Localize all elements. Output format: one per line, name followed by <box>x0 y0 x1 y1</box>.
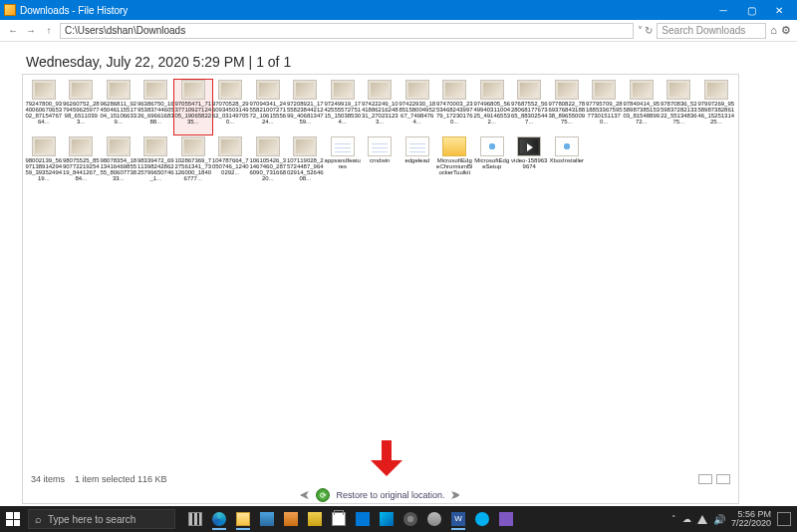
taskbar-app1-button[interactable] <box>255 506 279 532</box>
tray-cloud-icon[interactable]: ☁ <box>682 514 691 524</box>
file-item[interactable]: 97870836_525983728213322_5513483675... <box>661 80 698 134</box>
taskbar-store-button[interactable] <box>327 506 351 532</box>
file-item[interactable]: 97422249_104188621624831_270231233... <box>362 80 399 134</box>
file-item[interactable]: 107119028_25724487_96402914_5264608... <box>287 136 325 191</box>
file-grid[interactable]: 79247800_934006067065302_8715476764...96… <box>23 75 738 471</box>
taskbar-clock[interactable]: 5:56 PM 7/22/2020 <box>731 510 771 528</box>
file-list-panel: 79247800_934006067065302_8715476764...96… <box>22 74 739 504</box>
file-item[interactable]: 97055471_713771092712405_1906582235... <box>174 80 212 134</box>
taskbar-app3-button[interactable] <box>303 506 327 532</box>
skype-icon <box>475 512 489 526</box>
file-item[interactable]: 96286811_924504611551704_151066339... <box>100 80 137 134</box>
path-box[interactable]: C:\Users\dshan\Downloads <box>60 23 634 39</box>
taskbar-edge-button[interactable] <box>207 506 231 532</box>
search-input[interactable]: Search Downloads <box>657 23 766 39</box>
taskbar-skype-button[interactable] <box>470 506 494 532</box>
file-item[interactable]: MicrosoftEdgeSetup <box>473 136 511 191</box>
taskbar-chat-button[interactable] <box>494 506 518 532</box>
mail-icon <box>356 512 370 526</box>
maximize-button[interactable]: ▢ <box>737 0 765 20</box>
photos-icon <box>380 512 394 526</box>
file-label: MicrosoftEdgeChromiumBlockerToolkit <box>436 157 474 182</box>
start-button[interactable] <box>0 506 26 532</box>
restore-bar: ⮜ ⟳ Restore to original location. ⮞ <box>23 487 738 503</box>
file-item[interactable]: 96260752_287945962597798_65110393... <box>63 80 101 134</box>
nav-forward-button[interactable]: → <box>24 25 38 36</box>
file-item[interactable]: 98002139_569713891429459_3935249419... <box>25 136 63 191</box>
file-item[interactable]: edgelead <box>398 136 436 191</box>
file-label: 97070528_296093450314962_031497050... <box>212 101 250 126</box>
file-item[interactable]: 97780822_786937684318838_8965500975... <box>548 80 586 134</box>
file-item[interactable]: video-1589639674 <box>511 136 549 191</box>
gear-icon[interactable]: ⚙ <box>781 24 791 37</box>
taskbar-folder-button[interactable] <box>231 506 255 532</box>
file-item[interactable]: 104787664_7050746_12400292... <box>212 136 250 191</box>
file-item[interactable]: 98339472_691139824286225799650746_1... <box>137 136 175 191</box>
file-item[interactable]: 98078354_181341646985555_8060773833... <box>100 136 137 191</box>
restore-button[interactable]: ⟳ <box>316 488 330 502</box>
file-item[interactable]: 97249919_174255557275115_150385304... <box>324 80 362 134</box>
file-item[interactable]: 97208921_175582384421299_4068134759... <box>287 80 325 134</box>
task-view-icon <box>188 512 202 526</box>
chat-icon <box>499 512 513 526</box>
taskbar-pinned-apps: W <box>183 506 518 532</box>
taskbar-people-button[interactable] <box>422 506 446 532</box>
prev-version-button[interactable]: ⮜ <box>300 490 310 501</box>
view-switcher[interactable] <box>698 474 730 484</box>
file-item[interactable]: MicrosoftEdgeChromiumBlockerToolkit <box>436 136 474 191</box>
file-label: 97055471_713771092712405_1906582235... <box>174 101 212 126</box>
image-thumbnail-icon <box>32 80 56 100</box>
taskbar-app2-button[interactable] <box>279 506 303 532</box>
taskbar-word-button[interactable]: W <box>446 506 470 532</box>
image-thumbnail-icon <box>480 80 504 100</box>
file-item[interactable]: 97496805_564994031100425_491465532... <box>473 80 511 134</box>
file-item[interactable]: cmdwin <box>362 136 399 191</box>
file-item[interactable]: 97094341_245582100727172_1061555624... <box>249 80 287 134</box>
file-item[interactable]: appsandfeatures <box>324 136 362 191</box>
file-item[interactable]: 79247800_934006067065302_8715476764... <box>25 80 63 134</box>
tray-overflow-button[interactable]: ˄ <box>671 514 676 524</box>
close-button[interactable]: ✕ <box>765 0 793 20</box>
document-icon <box>368 136 392 156</box>
content-area: Wednesday, July 22, 2020 5:29 PM | 1 of … <box>0 42 797 496</box>
file-item[interactable]: 102867369_727561341_73126000_18406777... <box>174 136 212 191</box>
taskbar-photos-button[interactable] <box>375 506 398 532</box>
file-label: 106105426_31467460_2876090_73166820... <box>249 157 287 182</box>
volume-icon[interactable] <box>713 514 725 525</box>
file-item[interactable]: 97795709_281885336759577301511370... <box>586 80 624 134</box>
file-item[interactable]: 97470003_235346824399779_172301760... <box>436 80 474 134</box>
search-history-button[interactable]: ˅ <box>638 25 643 36</box>
application-icon <box>555 136 579 156</box>
task-view-button[interactable] <box>183 506 207 532</box>
file-label: 102867369_727561341_73126000_18406777... <box>174 157 212 182</box>
file-item[interactable]: 98075525_859077221925419_8441267_84... <box>63 136 101 191</box>
file-label: MicrosoftEdgeSetup <box>473 157 511 182</box>
clock-date: 7/22/2020 <box>731 519 771 528</box>
windows-logo-icon <box>6 512 20 526</box>
file-item[interactable]: 97997269_955898738286146_1525131425... <box>697 80 735 134</box>
application-icon <box>480 136 504 156</box>
file-item[interactable]: 97070528_296093450314962_031497050... <box>212 80 250 134</box>
home-icon[interactable]: ⌂ <box>770 24 777 37</box>
file-label: video-1589639674 <box>511 157 549 182</box>
file-item[interactable]: 96386750_169538374460526_6966168388... <box>137 80 175 134</box>
file-label: XboxInstaller <box>548 157 586 182</box>
image-thumbnail-icon <box>517 80 541 100</box>
taskbar-settings-button[interactable] <box>398 506 422 532</box>
network-icon[interactable] <box>697 515 707 524</box>
refresh-button[interactable]: ↻ <box>645 25 653 36</box>
nav-back-button[interactable]: ← <box>6 25 20 36</box>
taskbar-mail-button[interactable] <box>351 506 375 532</box>
file-item[interactable]: XboxInstaller <box>548 136 586 191</box>
file-item[interactable]: 97422930_188515800495267_74984764... <box>398 80 436 134</box>
next-version-button[interactable]: ⮞ <box>451 490 461 501</box>
file-item[interactable]: 97840414_955898738515303_8154889972... <box>623 80 661 134</box>
minimize-button[interactable]: ─ <box>709 0 737 20</box>
file-item[interactable]: 106105426_31467460_2876090_73166820... <box>249 136 287 191</box>
nav-up-button[interactable]: ↑ <box>42 25 56 36</box>
file-item[interactable]: 97687552_562806817767365_883025447... <box>511 80 549 134</box>
file-label: 98075525_859077221925419_8441267_84... <box>63 157 101 182</box>
restore-tooltip: Restore to original location. <box>336 490 444 500</box>
action-center-button[interactable] <box>777 512 791 526</box>
taskbar-search-input[interactable]: ⌕ Type here to search <box>28 509 175 529</box>
